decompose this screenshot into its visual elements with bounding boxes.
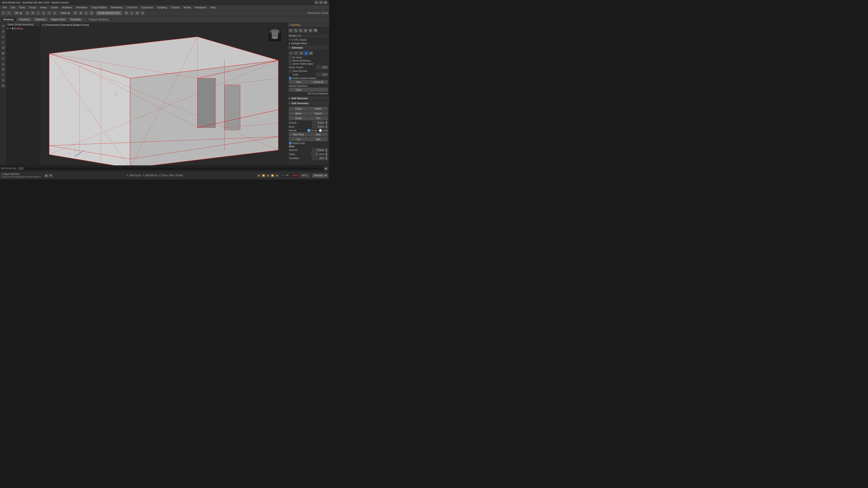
link-btn[interactable]: ⊞ <box>73 11 78 15</box>
go-start-btn[interactable]: ⏮ <box>257 174 261 177</box>
bevel-down[interactable]: ▼ <box>325 127 328 129</box>
scale-icon[interactable]: ⊿ <box>1 40 6 45</box>
scale-btn[interactable]: ⊿ <box>52 11 57 15</box>
extrude-down[interactable]: ▼ <box>325 123 328 125</box>
menu-item-rendering[interactable]: Rendering <box>109 6 124 9</box>
view-dropdown[interactable]: View <box>59 11 71 15</box>
slice-button[interactable]: Slice <box>309 132 328 136</box>
menu-item-group[interactable]: Group <box>27 6 38 9</box>
array-btn[interactable]: ⊟ <box>140 11 145 15</box>
set-key-btn[interactable]: Set K... <box>301 173 310 177</box>
maximize-button[interactable]: □ <box>319 1 323 4</box>
rotate-btn[interactable]: ↻ <box>46 11 52 15</box>
paste-button[interactable]: Paste <box>309 88 328 92</box>
move-btn[interactable]: ✛ <box>41 11 46 15</box>
section-header-edit-geometry[interactable]: ▼ Edit Geometry <box>287 101 329 106</box>
edge-mode-btn[interactable]: / <box>294 51 298 55</box>
planar-thresh-input[interactable] <box>316 66 328 69</box>
next-frame-btn[interactable]: ⏭ <box>275 174 279 177</box>
geo-icon[interactable]: △ <box>1 61 6 66</box>
modifier-stl-check[interactable]: 👁 ▶ STL Check <box>287 38 329 41</box>
tab-populate[interactable]: Populate <box>68 18 83 22</box>
divide-button[interactable]: Divide <box>289 116 308 120</box>
scroll-bar[interactable] <box>19 167 323 170</box>
normal-local-label[interactable]: Local <box>319 129 328 132</box>
weld-selected-up[interactable]: ▲ <box>325 148 328 150</box>
play-all-btn[interactable]: ⏩ <box>271 174 275 177</box>
helper-icon[interactable]: ✚ <box>1 67 6 72</box>
menu-item-arnold[interactable]: Arnold <box>182 6 193 9</box>
minimize-button[interactable]: — <box>315 1 318 4</box>
attach-button[interactable]: Attach <box>289 111 308 116</box>
link-icon[interactable]: ⊞ <box>1 45 6 50</box>
tab-selection[interactable]: Selection <box>33 18 48 22</box>
panel-icon-modify[interactable]: 🔧 <box>293 28 298 33</box>
normal-group-radio[interactable] <box>307 129 310 132</box>
menu-item-modifiers[interactable]: Modifiers <box>60 6 74 9</box>
menu-item-content[interactable]: Content <box>169 6 182 9</box>
delete-isolated-checkbox[interactable] <box>289 77 291 79</box>
modifier-icon[interactable]: ⊡ <box>1 78 6 83</box>
menu-item-civil-view[interactable]: Civil View <box>125 6 139 9</box>
panel-icon-create[interactable]: ⊞ <box>288 28 293 33</box>
weld-target-up[interactable]: ▲ <box>325 152 328 154</box>
play-btn[interactable]: ▶ <box>266 174 270 177</box>
camera-icon[interactable]: ◉ <box>1 51 6 56</box>
copy-button[interactable]: Copy <box>289 88 308 92</box>
weld-target-input[interactable] <box>311 152 318 156</box>
menu-item-create[interactable]: Create <box>49 6 60 9</box>
rotate-icon[interactable]: ↻ <box>1 34 6 39</box>
orientation-gizmo[interactable] <box>267 27 283 43</box>
hide-button[interactable]: Hide <box>289 80 308 84</box>
weld-selected-input[interactable] <box>312 148 324 152</box>
viewport[interactable]: [+] [Perspective] [Standard] [Edged Face… <box>40 23 287 165</box>
menu-item-animation[interactable]: Animation <box>74 6 89 9</box>
panel-icon-utilities[interactable]: 🔩 <box>313 28 318 33</box>
hierarchy-icon[interactable]: ⊠ <box>1 83 6 88</box>
prev-frame-btn[interactable]: ⏪ <box>261 174 266 177</box>
element-mode-btn[interactable]: ⊞ <box>309 51 313 55</box>
menu-item-customize[interactable]: Customize <box>140 6 155 9</box>
filter-dropdown[interactable]: All <box>13 11 23 15</box>
bevel-up[interactable]: ▲ <box>325 125 328 127</box>
tessellate-down[interactable]: ▼ <box>325 158 328 160</box>
select-region-btn[interactable]: ⊟ <box>30 11 35 15</box>
mirror-btn[interactable]: ⊞ <box>124 11 129 15</box>
delete-button[interactable]: Delete <box>309 107 328 111</box>
select-icon[interactable]: ✦ <box>1 24 6 29</box>
frame-input[interactable] <box>281 174 290 177</box>
detach-button[interactable]: Detach <box>309 111 328 116</box>
menu-item-tools[interactable]: Tools <box>18 6 27 9</box>
lock-btn[interactable]: 🔒 <box>44 174 48 177</box>
section-header-soft-selection[interactable]: ▶ Soft Selection <box>287 96 329 101</box>
bevel-input[interactable] <box>312 125 324 129</box>
menu-item-views[interactable]: Views <box>38 6 49 9</box>
ignore-backfacing-checkbox[interactable] <box>289 59 291 62</box>
by-vertex-checkbox[interactable] <box>289 56 291 59</box>
redo-button[interactable]: ↪ <box>6 11 11 15</box>
menu-item-graph-editors[interactable]: Graph Editors <box>90 6 109 9</box>
extrude-input[interactable] <box>312 121 324 125</box>
menu-item-edit[interactable]: Edit <box>9 6 17 9</box>
tree-eye-icon[interactable]: 👁 <box>9 27 11 30</box>
scale-input[interactable] <box>316 73 328 76</box>
menu-item-help[interactable]: Help <box>209 6 217 9</box>
extrude-up[interactable]: ▲ <box>325 121 328 123</box>
grid-btn[interactable]: ⊞ <box>135 11 140 15</box>
select-btn[interactable]: ⊡ <box>25 11 30 15</box>
cut-button[interactable]: Cut <box>289 137 308 141</box>
hierarchy-btn[interactable]: ⊠ <box>78 11 83 15</box>
polygon-mode-btn[interactable]: ■ <box>304 51 308 55</box>
menu-item-interactive[interactable]: Interactive <box>193 6 208 9</box>
refine-ends-checkbox[interactable] <box>289 142 291 144</box>
tab-object-paint[interactable]: Object Paint <box>49 18 68 22</box>
move-icon[interactable]: ✛ <box>1 29 6 34</box>
menu-item-scripting[interactable]: Scripting <box>155 6 168 9</box>
normal-group-label[interactable]: Group <box>307 129 317 132</box>
tree-item-building[interactable]: ▶ 👁 Building <box>6 27 40 30</box>
camera-render-btn[interactable]: 📷 <box>49 174 53 177</box>
tab-modeling[interactable]: Modeling <box>1 18 16 22</box>
section-header-selection[interactable]: ▼ Selection <box>287 45 329 50</box>
turn-button[interactable]: Turn <box>309 116 328 120</box>
tessellate-up[interactable]: ▲ <box>325 156 328 158</box>
